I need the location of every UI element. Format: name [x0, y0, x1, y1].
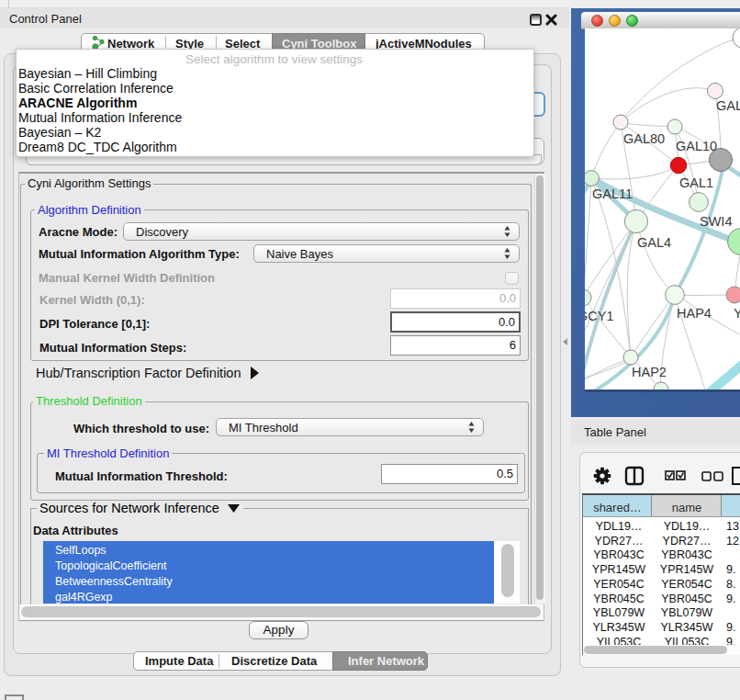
- svg-text:HAP4: HAP4: [677, 306, 712, 321]
- svg-text:Y: Y: [734, 306, 740, 321]
- svg-text:SWI4: SWI4: [700, 214, 732, 229]
- svg-text:HAP2: HAP2: [632, 365, 667, 379]
- svg-text:GCY1: GCY1: [585, 309, 614, 323]
- svg-text:GAL8: GAL8: [716, 98, 740, 113]
- svg-text:GAL80: GAL80: [623, 131, 665, 146]
- svg-text:GAL4: GAL4: [637, 235, 671, 250]
- svg-text:GAL1: GAL1: [679, 175, 713, 190]
- svg-text:GAL11: GAL11: [592, 186, 633, 201]
- svg-text:GAL10: GAL10: [676, 139, 717, 153]
